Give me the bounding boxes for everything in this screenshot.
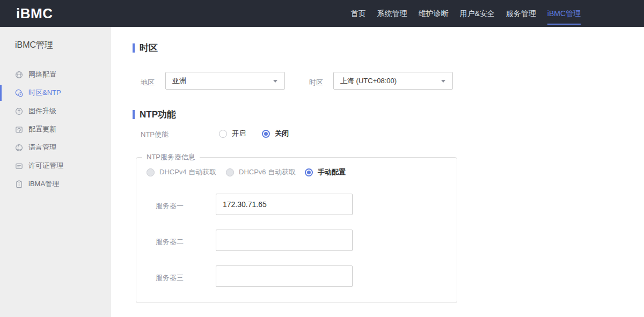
ntp-enable-on-label: 开启 (232, 129, 246, 138)
ntp-enable-label: NTP使能 (141, 130, 169, 139)
ibma-icon (14, 180, 23, 188)
config-update-icon (14, 125, 23, 134)
ntp-server-info-legend: NTP服务器信息 (142, 152, 200, 162)
main-content: 时区 地区 亚洲 时区 上海 (UTC+08:00) NTP功能 NTP使能 开… (111, 27, 644, 317)
timezone-label: 时区 (309, 78, 323, 87)
ntp-enable-off-label: 关闭 (275, 129, 289, 138)
top-bar: iBMC 首页 系统管理 维护诊断 用户&安全 服务管理 iBMC管理 (0, 0, 644, 27)
sidebar-item-timezone-ntp[interactable]: 时区&NTP (0, 84, 111, 102)
nav-item-ibmc-management[interactable]: iBMC管理 (547, 0, 581, 27)
network-icon (14, 70, 23, 79)
radio-selected-icon[interactable] (305, 168, 313, 176)
ntp-enable-on-option[interactable]: 开启 (219, 129, 246, 138)
sidebar-item-label: 语言管理 (28, 143, 56, 152)
region-select-value: 亚洲 (172, 76, 186, 86)
timezone-icon (14, 89, 23, 97)
timezone-select-value: 上海 (UTC+08:00) (340, 76, 397, 86)
server-three-input[interactable] (216, 266, 353, 287)
server-one-input[interactable] (216, 194, 353, 215)
region-select[interactable]: 亚洲 (165, 72, 285, 90)
sidebar-item-license-management[interactable]: 许可证管理 (0, 157, 111, 175)
dhcpv4-auto-option[interactable]: DHCPv4 自动获取 (147, 167, 216, 177)
dhcpv4-auto-label: DHCPv4 自动获取 (159, 167, 216, 177)
firmware-upgrade-icon (14, 107, 23, 115)
server-three-label: 服务器三 (156, 273, 184, 283)
region-label: 地区 (141, 78, 155, 87)
manual-config-label: 手动配置 (318, 167, 346, 177)
server-two-label: 服务器二 (156, 237, 184, 247)
radio-disabled-icon (226, 168, 234, 176)
sidebar-item-label: 配置更新 (28, 124, 56, 134)
sidebar-item-label: 许可证管理 (28, 161, 63, 171)
sidebar-item-label: 时区&NTP (28, 88, 61, 98)
sidebar-item-network-config[interactable]: 网络配置 (0, 65, 111, 84)
dhcpv6-auto-option[interactable]: DHCPv6 自动获取 (226, 167, 296, 177)
ntp-section-title: NTP功能 (140, 108, 176, 121)
section-accent-bar (133, 43, 135, 53)
chevron-down-icon (273, 80, 277, 83)
nav-item-system-management[interactable]: 系统管理 (377, 0, 407, 27)
chevron-down-icon (441, 80, 445, 83)
top-nav: 首页 系统管理 维护诊断 用户&安全 服务管理 iBMC管理 (350, 0, 581, 27)
nav-item-user-security[interactable]: 用户&安全 (459, 0, 494, 27)
manual-config-option[interactable]: 手动配置 (305, 167, 346, 177)
sidebar-title: iBMC管理 (15, 40, 53, 51)
language-icon (14, 143, 23, 152)
ntp-enable-off-option[interactable]: 关闭 (262, 129, 289, 138)
sidebar: iBMC管理 网络配置 时区&NTP 固件升级 (0, 27, 111, 317)
sidebar-item-language-management[interactable]: 语言管理 (0, 138, 111, 157)
sidebar-menu: 网络配置 时区&NTP 固件升级 配置更新 (0, 65, 111, 193)
radio-disabled-icon (147, 168, 155, 176)
sidebar-item-label: 网络配置 (28, 70, 56, 79)
timezone-section-title: 时区 (140, 42, 158, 54)
nav-item-service-management[interactable]: 服务管理 (506, 0, 536, 27)
license-icon (14, 161, 23, 170)
sidebar-item-label: 固件升级 (28, 106, 56, 116)
radio-unselected-icon[interactable] (219, 130, 227, 138)
server-one-label: 服务器一 (156, 201, 184, 211)
ibmc-logo: iBMC (16, 5, 53, 22)
sidebar-item-config-update[interactable]: 配置更新 (0, 120, 111, 138)
sidebar-item-ibma-management[interactable]: iBMA管理 (0, 175, 111, 193)
section-accent-bar (133, 110, 135, 119)
radio-selected-icon[interactable] (262, 130, 270, 138)
timezone-select[interactable]: 上海 (UTC+08:00) (333, 72, 453, 90)
server-two-input[interactable] (216, 230, 353, 251)
timezone-section-header: 时区 (133, 42, 158, 54)
page: iBMC 首页 系统管理 维护诊断 用户&安全 服务管理 iBMC管理 iBMC… (0, 0, 644, 317)
ntp-section-header: NTP功能 (133, 108, 176, 121)
nav-item-home[interactable]: 首页 (350, 0, 365, 27)
dhcpv6-auto-label: DHCPv6 自动获取 (239, 167, 296, 177)
sidebar-item-label: iBMA管理 (28, 179, 59, 189)
sidebar-item-firmware-upgrade[interactable]: 固件升级 (0, 102, 111, 120)
nav-item-maintenance-diagnosis[interactable]: 维护诊断 (418, 0, 448, 27)
